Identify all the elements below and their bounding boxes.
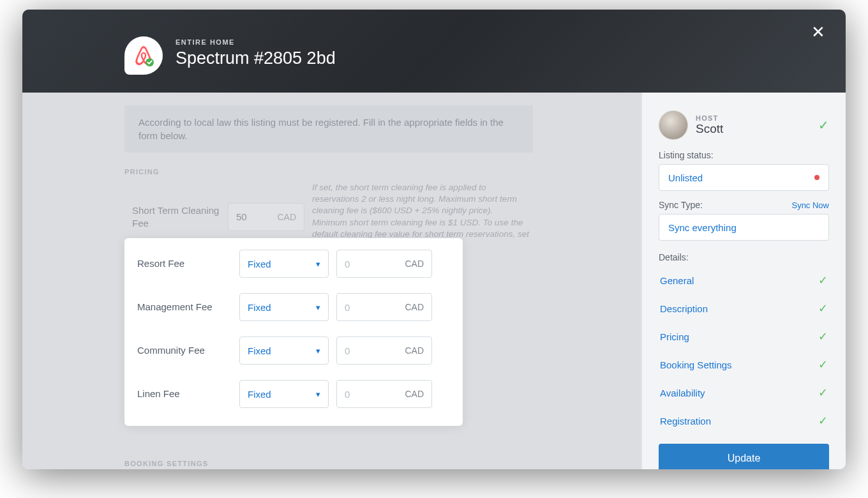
details-item: General✓ — [659, 266, 829, 294]
details-link[interactable]: Pricing — [660, 331, 689, 342]
registration-notice: According to local law this listing must… — [124, 105, 533, 153]
close-button[interactable]: ✕ — [811, 24, 825, 40]
details-link[interactable]: Description — [660, 303, 708, 314]
fee-type-value: Fixed — [248, 259, 271, 269]
sidebar: HOST Scott ✓ Listing status: Unlisted Sy… — [641, 93, 846, 469]
details-link[interactable]: Availability — [660, 388, 705, 398]
fee-row: Community FeeFixed▾CAD — [137, 336, 450, 365]
details-label: Details: — [659, 252, 829, 262]
fee-highlight-panel: Resort FeeFixed▾CADManagement FeeFixed▾C… — [124, 238, 463, 426]
currency-label: CAD — [405, 302, 424, 312]
fee-label: Resort Fee — [137, 257, 232, 270]
check-icon: ✓ — [818, 414, 828, 428]
fee-type-select[interactable]: Fixed▾ — [239, 380, 329, 408]
update-button[interactable]: Update — [659, 444, 829, 469]
listing-title: Spectrum #2805 2bd — [176, 49, 846, 68]
listing-type-eyebrow: ENTIRE HOME — [176, 38, 846, 46]
fee-row: Linen FeeFixed▾CAD — [137, 380, 450, 408]
chevron-down-icon: ▾ — [316, 389, 320, 399]
sync-type-value: Sync everything — [668, 222, 737, 233]
fee-type-select[interactable]: Fixed▾ — [239, 336, 329, 365]
host-check-icon: ✓ — [818, 117, 829, 133]
host-block: HOST Scott ✓ — [659, 110, 829, 140]
section-pricing: PRICING — [124, 168, 616, 176]
sync-type-select[interactable]: Sync everything — [659, 214, 829, 241]
host-avatar — [659, 110, 688, 140]
fee-amount-input[interactable] — [345, 389, 383, 400]
fee-amount-wrap: CAD — [336, 380, 432, 408]
host-eyebrow: HOST — [696, 114, 723, 122]
chevron-down-icon: ▾ — [316, 303, 320, 312]
short-term-cleaning-input-wrap: CAD — [228, 203, 304, 231]
details-link[interactable]: Registration — [660, 416, 711, 426]
airbnb-logo — [124, 36, 163, 75]
fee-type-value: Fixed — [248, 302, 271, 313]
fee-label: Management Fee — [137, 301, 232, 313]
section-booking: BOOKING SETTINGS — [124, 460, 616, 467]
short-term-cleaning-input[interactable] — [236, 211, 274, 222]
details-item: Availability✓ — [659, 379, 829, 407]
fee-type-value: Fixed — [248, 389, 271, 400]
sync-now-link[interactable]: Sync Now — [791, 200, 829, 210]
check-icon: ✓ — [818, 358, 828, 372]
fee-amount-wrap: CAD — [336, 250, 432, 278]
details-link[interactable]: General — [660, 275, 694, 286]
listing-status-label: Listing status: — [659, 150, 829, 160]
fee-amount-input[interactable] — [345, 345, 383, 356]
details-item: Pricing✓ — [659, 322, 829, 351]
fee-row: Resort FeeFixed▾CAD — [137, 250, 450, 278]
check-icon: ✓ — [818, 301, 828, 315]
sync-type-label: Sync Type: — [659, 200, 703, 210]
short-term-cleaning-label: Short Term Cleaning Fee — [124, 204, 220, 229]
details-item: Booking Settings✓ — [659, 351, 829, 379]
airbnb-icon — [133, 45, 154, 66]
chevron-down-icon: ▾ — [316, 346, 320, 356]
currency-label: CAD — [405, 345, 424, 356]
fee-label: Community Fee — [137, 344, 232, 357]
details-link[interactable]: Booking Settings — [660, 359, 732, 370]
currency-label: CAD — [405, 259, 424, 269]
hero-banner: ENTIRE HOME Spectrum #2805 2bd ✕ — [22, 10, 846, 93]
check-icon: ✓ — [818, 329, 828, 343]
fee-amount-wrap: CAD — [336, 293, 432, 321]
fee-row: Management FeeFixed▾CAD — [137, 293, 450, 321]
check-icon: ✓ — [818, 386, 828, 400]
details-list: General✓Description✓Pricing✓Booking Sett… — [659, 266, 829, 435]
host-name: Scott — [696, 122, 723, 136]
listing-status-value: Unlisted — [668, 172, 703, 183]
currency-label: CAD — [277, 212, 296, 222]
fee-type-select[interactable]: Fixed▾ — [239, 250, 329, 278]
fee-type-select[interactable]: Fixed▾ — [239, 293, 329, 321]
check-icon: ✓ — [818, 273, 828, 287]
details-item: Description✓ — [659, 294, 829, 322]
fee-type-value: Fixed — [248, 345, 271, 356]
listing-modal: ENTIRE HOME Spectrum #2805 2bd ✕ Accordi… — [22, 10, 846, 469]
main-pane: According to local law this listing must… — [22, 93, 641, 469]
chevron-down-icon: ▾ — [316, 259, 320, 269]
fee-label: Linen Fee — [137, 388, 232, 400]
fee-amount-wrap: CAD — [336, 336, 432, 365]
currency-label: CAD — [405, 389, 424, 399]
fee-amount-input[interactable] — [345, 259, 383, 269]
listing-status-select[interactable]: Unlisted — [659, 164, 829, 191]
details-item: Registration✓ — [659, 407, 829, 435]
fee-amount-input[interactable] — [345, 302, 383, 313]
